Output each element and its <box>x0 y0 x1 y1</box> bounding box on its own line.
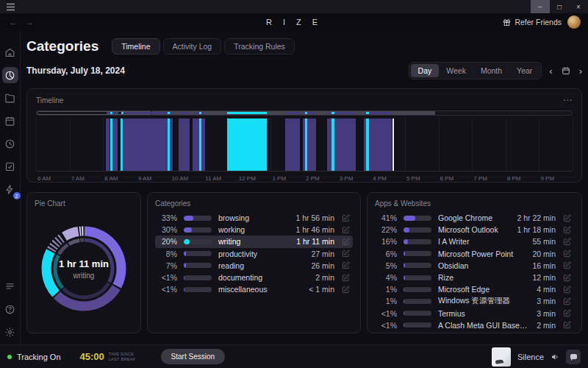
donut-segment-productivity[interactable] <box>59 244 68 254</box>
ambient-scene-thumbnail[interactable] <box>492 347 511 367</box>
edit-icon[interactable] <box>341 238 350 246</box>
sidebar-item-tasks[interactable] <box>2 158 18 174</box>
tab-timeline[interactable]: Timeline <box>112 38 159 54</box>
edit-icon[interactable] <box>562 261 571 269</box>
timeline-activity-segment[interactable] <box>227 118 267 171</box>
usage-bar <box>184 227 212 233</box>
timeline-activity-segment[interactable] <box>170 118 173 171</box>
sidebar-item-home[interactable] <box>2 44 18 60</box>
app-row[interactable]: 1%Microsoft Edge4 min <box>375 283 574 295</box>
minimap-segment <box>170 112 173 114</box>
calendar-icon <box>4 116 15 127</box>
edit-icon[interactable] <box>341 286 350 294</box>
edit-icon[interactable] <box>562 297 571 305</box>
titlebar: − □ × <box>0 0 588 13</box>
app-row[interactable]: 16%I A Writer55 min <box>375 236 574 247</box>
range-day[interactable]: Day <box>411 64 440 77</box>
timeline-activity-segment[interactable] <box>123 118 168 171</box>
category-row[interactable]: 7%reading26 min <box>155 260 353 272</box>
category-row[interactable]: 30%working1 hr 46 min <box>155 224 353 236</box>
donut-segment-productivity[interactable] <box>51 237 63 250</box>
timeline-activity-segment[interactable] <box>121 118 123 171</box>
category-row[interactable]: 33%browsing1 hr 56 min <box>155 212 353 224</box>
sidebar-item-categories[interactable] <box>2 67 18 83</box>
timeline-activity-segment[interactable] <box>179 118 190 171</box>
edit-icon[interactable] <box>341 214 350 222</box>
tab-bar: Timeline Activity Log Tracking Rules <box>112 38 295 54</box>
calendar-picker-icon[interactable] <box>562 66 570 75</box>
timeline-activity-segment[interactable] <box>334 118 356 171</box>
edit-icon[interactable] <box>341 261 350 269</box>
timeline-activity-segment[interactable] <box>106 118 110 171</box>
timeline-activity-segment[interactable] <box>369 118 392 171</box>
range-year[interactable]: Year <box>509 64 539 77</box>
edit-icon[interactable] <box>562 214 571 222</box>
minimize-button[interactable]: − <box>531 0 550 13</box>
timeline-chart[interactable] <box>36 118 573 171</box>
range-month[interactable]: Month <box>473 64 509 77</box>
minimap-segment <box>113 112 118 114</box>
hour-tick-label: 8 AM <box>104 175 118 182</box>
edit-icon[interactable] <box>562 250 571 258</box>
app-row[interactable]: 4%Rize12 min <box>375 272 574 283</box>
usage-bar <box>404 227 431 233</box>
category-row[interactable]: 20%writing1 hr 11 min <box>155 236 353 247</box>
edit-icon[interactable] <box>562 286 571 294</box>
hamburger-menu-icon[interactable] <box>6 3 15 11</box>
hour-gridline <box>36 118 37 171</box>
chat-widget-button[interactable] <box>566 350 581 364</box>
sidebar-item-settings[interactable] <box>2 324 18 340</box>
edit-icon[interactable] <box>562 274 571 282</box>
timeline-activity-segment[interactable] <box>201 118 205 171</box>
app-row[interactable]: 22%Microsoft Outlook1 hr 18 min <box>375 224 574 236</box>
tracking-status-label: Tracking On <box>17 353 61 361</box>
range-week[interactable]: Week <box>439 64 473 77</box>
start-session-button[interactable]: Start Session <box>161 349 225 364</box>
usage-bar <box>404 263 431 268</box>
app-row[interactable]: <1%Termius3 min <box>375 308 574 319</box>
tab-tracking-rules[interactable]: Tracking Rules <box>224 38 295 54</box>
timeline-activity-segment[interactable] <box>307 118 316 171</box>
refer-friends-button[interactable]: Refer Friends <box>503 18 562 26</box>
category-row[interactable]: 8%productivity27 min <box>155 248 353 260</box>
app-row[interactable]: 41%Google Chrome2 hr 22 min <box>375 212 574 224</box>
donut-segment-reading[interactable] <box>69 240 80 244</box>
edit-icon[interactable] <box>562 321 571 329</box>
edit-icon[interactable] <box>562 309 571 317</box>
timeline-minimap[interactable] <box>36 110 573 116</box>
app-row[interactable]: <1%A Clash Meta GUI Based On Ta...2 min <box>375 319 574 331</box>
sidebar-item-history[interactable] <box>2 135 18 152</box>
donut-segment-working[interactable] <box>63 283 109 297</box>
maximize-button[interactable]: □ <box>550 0 569 13</box>
app-row[interactable]: 5%Obsidian16 min <box>375 260 574 272</box>
edit-icon[interactable] <box>562 238 571 246</box>
edit-icon[interactable] <box>562 226 571 234</box>
donut-segment-reading[interactable] <box>65 231 79 236</box>
ambient-sound-label: Silence <box>517 353 544 361</box>
sidebar-item-calendar[interactable] <box>2 113 18 129</box>
timeline-activity-segment[interactable] <box>285 118 300 171</box>
tab-activity-log[interactable]: Activity Log <box>163 38 222 54</box>
speaker-icon[interactable] <box>551 353 559 361</box>
app-row[interactable]: 6%Microsoft Power Point20 min <box>375 248 574 260</box>
prev-day-button[interactable]: ‹ <box>549 66 552 77</box>
timeline-menu-icon[interactable]: ⋯ <box>563 95 573 105</box>
sidebar-item-projects[interactable] <box>2 90 18 106</box>
category-row[interactable]: <1%documenting2 min <box>155 272 353 283</box>
percent-label: <1% <box>378 309 397 318</box>
avatar[interactable] <box>567 15 581 29</box>
sidebar-item-energy[interactable]: 2 <box>2 181 18 197</box>
edit-icon[interactable] <box>341 274 350 282</box>
sidebar-item-help[interactable] <box>2 301 18 317</box>
close-button[interactable]: × <box>569 0 588 13</box>
timeline-activity-segment[interactable] <box>112 118 118 171</box>
category-row[interactable]: <1%miscellaneous< 1 min <box>155 283 353 295</box>
sidebar-item-log[interactable] <box>2 278 18 294</box>
app-row[interactable]: 1%Windows 资源管理器3 min <box>375 295 574 307</box>
timeline-activity-segment[interactable] <box>110 118 112 171</box>
tracking-status-dot <box>7 355 12 359</box>
timeline-activity-segment[interactable] <box>193 118 199 171</box>
next-day-button[interactable]: › <box>579 66 582 77</box>
edit-icon[interactable] <box>341 250 350 258</box>
edit-icon[interactable] <box>341 226 350 234</box>
